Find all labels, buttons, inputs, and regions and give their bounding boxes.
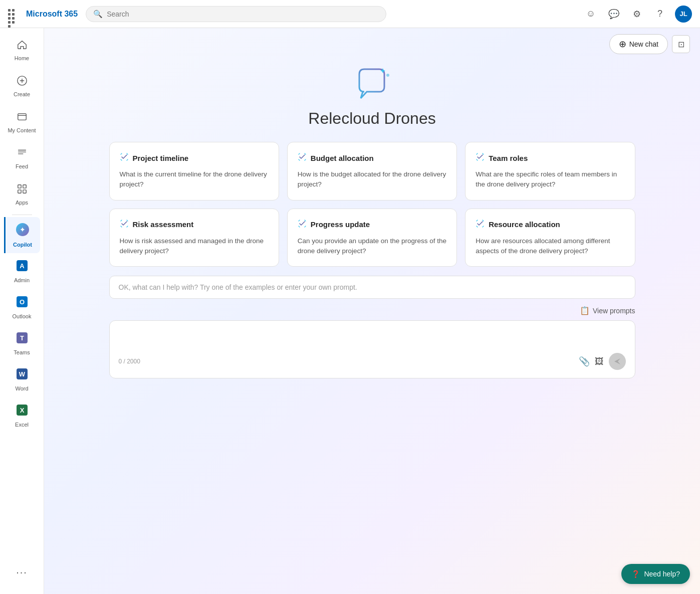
feed-icon — [17, 147, 28, 161]
card-icon-team-roles — [476, 152, 485, 163]
expand-button[interactable]: ⊡ — [672, 35, 690, 53]
card-header: Risk assessment — [120, 219, 269, 230]
card-header: Budget allocation — [298, 152, 446, 163]
view-prompts-label: View prompts — [593, 307, 635, 315]
prompt-placeholder[interactable]: OK, what can I help with? Try one of the… — [109, 276, 635, 299]
card-header: Team roles — [476, 152, 624, 163]
search-icon: 🔍 — [93, 10, 103, 19]
excel-icon: X — [16, 404, 29, 420]
sidebar-item-excel[interactable]: X Excel — [4, 398, 40, 434]
card-header: Project timeline — [120, 152, 269, 163]
admin-icon: A — [16, 259, 29, 275]
topbar-actions: ☺ 💬 ⚙ ? JL — [583, 6, 692, 23]
card-resource-allocation[interactable]: Resource allocation How are resources al… — [465, 209, 635, 267]
sidebar-item-my-content[interactable]: My Content — [4, 104, 40, 140]
view-prompts-icon: 📋 — [580, 306, 590, 315]
card-budget-allocation[interactable]: Budget allocation How is the budget allo… — [287, 142, 457, 201]
svg-text:A: A — [20, 262, 25, 270]
copilot-logo-area: Relecloud Drones — [308, 64, 435, 128]
avatar[interactable]: JL — [675, 6, 692, 23]
help-icon[interactable]: ? — [652, 6, 668, 22]
card-title-budget-allocation: Budget allocation — [311, 154, 374, 162]
sidebar-item-outlook[interactable]: O Outlook — [4, 289, 40, 325]
sidebar-my-content-label: My Content — [8, 127, 36, 133]
new-chat-button[interactable]: ⊕ New chat — [609, 34, 668, 54]
search-bar[interactable]: 🔍 — [86, 6, 386, 22]
svg-text:✦: ✦ — [20, 226, 26, 234]
card-title-risk-assessment: Risk assessment — [133, 220, 194, 229]
send-button[interactable] — [609, 353, 626, 370]
svg-rect-3 — [23, 185, 26, 188]
new-chat-label: New chat — [629, 40, 658, 48]
sidebar-divider — [12, 215, 32, 215]
copilot-logo — [352, 64, 392, 104]
card-icon-budget-allocation — [298, 152, 307, 163]
svg-text:T: T — [20, 334, 24, 342]
card-team-roles[interactable]: Team roles What are the specific roles o… — [465, 142, 635, 201]
sidebar-item-apps[interactable]: Apps — [4, 176, 40, 213]
svg-text:X: X — [20, 407, 24, 414]
copilot-header: ⊕ New chat ⊡ — [44, 28, 700, 54]
copilot-textbox[interactable] — [119, 329, 626, 349]
svg-rect-2 — [18, 185, 21, 188]
textbox-area: 0 / 2000 📎 🖼 — [109, 320, 635, 378]
sidebar-home-label: Home — [15, 55, 29, 61]
card-title-progress-update: Progress update — [311, 220, 370, 229]
card-header: Progress update — [298, 219, 446, 230]
card-title-project-timeline: Project timeline — [133, 154, 189, 162]
more-icon: ··· — [16, 566, 28, 578]
card-desc-project-timeline: What is the current timeline for the dro… — [120, 169, 269, 190]
image-button[interactable]: 🖼 — [595, 356, 604, 367]
emoji-icon[interactable]: ☺ — [583, 6, 599, 22]
expand-icon: ⊡ — [678, 40, 684, 49]
copilot-title: Relecloud Drones — [308, 109, 435, 128]
search-input[interactable] — [107, 10, 379, 18]
copilot-icon: ✦ — [16, 223, 30, 240]
outlook-icon: O — [16, 295, 29, 311]
apps-icon — [17, 183, 28, 197]
sidebar-teams-label: Teams — [14, 349, 30, 355]
settings-icon[interactable]: ⚙ — [629, 6, 645, 22]
card-title-team-roles: Team roles — [489, 154, 528, 162]
main-layout: Home Create My Content Feed Apps — [0, 28, 700, 594]
sidebar-item-word[interactable]: W Word — [4, 361, 40, 398]
card-project-timeline[interactable]: Project timeline What is the current tim… — [109, 142, 279, 201]
create-icon — [17, 75, 28, 89]
attachment-button[interactable]: 📎 — [579, 356, 590, 367]
card-desc-team-roles: What are the specific roles of team memb… — [476, 169, 624, 190]
view-prompts-row[interactable]: 📋 View prompts — [109, 306, 635, 315]
chat-icon[interactable]: 💬 — [606, 6, 622, 22]
sidebar-excel-label: Excel — [15, 422, 29, 428]
card-desc-resource-allocation: How are resources allocated among differ… — [476, 236, 624, 257]
sidebar-item-admin[interactable]: A Admin — [4, 253, 40, 289]
copilot-main: Relecloud Drones Project timeline What i… — [44, 54, 700, 594]
card-icon-project-timeline — [120, 152, 129, 163]
card-risk-assessment[interactable]: Risk assessment How is risk assessed and… — [109, 209, 279, 267]
sidebar-more-button[interactable]: ··· — [4, 554, 40, 590]
plus-circle-icon: ⊕ — [619, 39, 626, 50]
card-icon-resource-allocation — [476, 219, 485, 230]
card-desc-budget-allocation: How is the budget allocated for the dron… — [298, 169, 446, 190]
sidebar-item-create[interactable]: Create — [4, 68, 40, 104]
sidebar-item-copilot[interactable]: ✦ Copilot — [4, 217, 40, 253]
card-desc-progress-update: Can you provide an update on the progres… — [298, 236, 446, 257]
svg-rect-5 — [23, 190, 26, 193]
sidebar-item-feed[interactable]: Feed — [4, 140, 40, 176]
char-count: 0 / 2000 — [119, 358, 140, 365]
my-content-icon — [17, 111, 28, 125]
card-progress-update[interactable]: Progress update Can you provide an updat… — [287, 209, 457, 267]
topbar: Microsoft 365 🔍 ☺ 💬 ⚙ ? JL — [0, 0, 700, 28]
sidebar-item-home[interactable]: Home — [4, 32, 40, 68]
need-help-button[interactable]: ❓ Need help? — [621, 564, 690, 584]
textbox-footer: 0 / 2000 📎 🖼 — [119, 353, 626, 370]
sidebar-word-label: Word — [15, 385, 28, 391]
svg-point-18 — [386, 74, 389, 77]
textbox-actions: 📎 🖼 — [579, 353, 626, 370]
app-title: Microsoft 365 — [26, 10, 78, 19]
need-help-label: Need help? — [644, 570, 680, 578]
sidebar-item-teams[interactable]: T Teams — [4, 325, 40, 361]
svg-rect-4 — [18, 190, 21, 193]
grid-icon[interactable] — [8, 9, 18, 19]
card-header: Resource allocation — [476, 219, 624, 230]
sidebar-apps-label: Apps — [16, 200, 28, 206]
